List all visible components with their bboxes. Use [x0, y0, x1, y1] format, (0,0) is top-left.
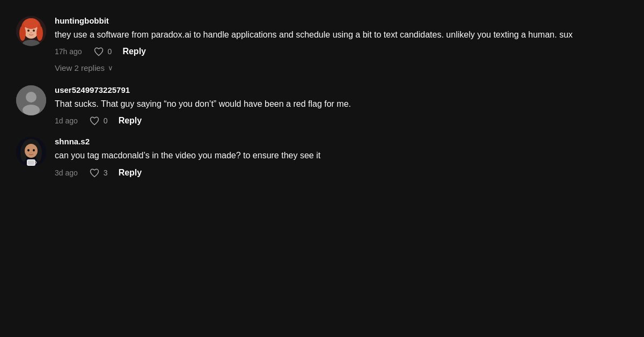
reply-button[interactable]: Reply [122, 47, 146, 56]
like-count: 3 [104, 169, 108, 177]
svg-point-12 [23, 105, 40, 115]
svg-point-7 [33, 30, 35, 32]
avatar [16, 85, 46, 115]
svg-point-8 [31, 32, 32, 33]
comment-meta: 1d ago 0 Reply [55, 115, 628, 126]
svg-point-6 [27, 30, 30, 32]
like-count: 0 [104, 116, 108, 125]
svg-point-19 [33, 149, 35, 151]
svg-point-3 [19, 26, 26, 41]
svg-point-18 [27, 149, 30, 151]
comment-item: user5249973225791 That sucks. That guy s… [16, 80, 628, 126]
like-count: 0 [108, 47, 112, 56]
heart-icon[interactable] [93, 46, 105, 57]
comment-content: shnna.s2 can you tag macdonald’s in the … [55, 137, 628, 178]
comment-content: user5249973225791 That sucks. That guy s… [55, 85, 628, 126]
chevron-down-icon: ∨ [108, 64, 113, 72]
heart-icon[interactable] [89, 167, 100, 178]
comment-timestamp: 17h ago [55, 47, 82, 56]
comment-timestamp: 3d ago [55, 169, 78, 177]
avatar [16, 16, 46, 46]
view-replies-label: View 2 replies [55, 63, 105, 72]
comment-username: shnna.s2 [55, 137, 628, 146]
like-area[interactable]: 0 [89, 115, 108, 126]
like-area[interactable]: 0 [93, 46, 112, 57]
comment-text: they use a software from paradox.ai to h… [55, 28, 628, 41]
svg-point-17 [25, 144, 38, 158]
reply-button[interactable]: Reply [119, 168, 142, 178]
comment-item: shnna.s2 can you tag macdonald’s in the … [16, 131, 628, 178]
comment-username: huntingbobbit [55, 16, 628, 25]
comment-text: can you tag macdonald’s in the video you… [55, 149, 628, 162]
comment-text: That sucks. That guy saying “no you don’… [55, 98, 628, 110]
comment-item: huntingbobbit they use a software from p… [16, 11, 628, 57]
like-area[interactable]: 3 [89, 167, 108, 178]
heart-icon[interactable] [89, 115, 100, 126]
view-replies-toggle[interactable]: View 2 replies ∨ [55, 63, 628, 72]
svg-point-20 [31, 152, 32, 153]
avatar [16, 137, 46, 167]
svg-point-5 [24, 18, 39, 29]
comment-timestamp: 1d ago [55, 116, 78, 125]
svg-point-4 [36, 26, 43, 41]
svg-rect-22 [28, 160, 34, 165]
svg-point-11 [26, 92, 36, 102]
comment-content: huntingbobbit they use a software from p… [55, 16, 628, 57]
comment-username: user5249973225791 [55, 85, 628, 94]
comment-meta: 17h ago 0 Reply [55, 46, 628, 57]
comment-meta: 3d ago 3 Reply [55, 167, 628, 178]
reply-button[interactable]: Reply [119, 116, 142, 126]
